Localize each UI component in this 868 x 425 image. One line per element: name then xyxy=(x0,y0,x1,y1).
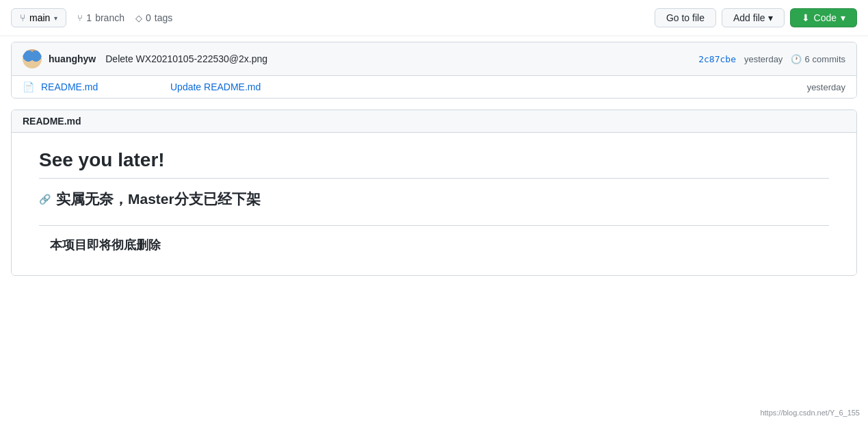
download-icon: ⬇ xyxy=(802,12,810,23)
readme-section1-heading: 🔗 实属无奈，Master分支已经下架 xyxy=(39,190,829,214)
branch-name: main xyxy=(29,12,50,23)
readme-header: README.md xyxy=(12,110,856,133)
commit-author[interactable]: huanghyw xyxy=(49,53,96,64)
go-to-file-button[interactable]: Go to file xyxy=(655,8,716,27)
commit-hash-link[interactable]: 2c87cbe xyxy=(698,54,736,64)
code-button[interactable]: ⬇ Code ▾ xyxy=(790,8,857,27)
commits-count: 6 xyxy=(804,54,809,64)
readme-box: README.md See you later! 🔗 实属无奈，Master分支… xyxy=(11,110,857,276)
code-label: Code xyxy=(814,12,837,23)
readme-heading: See you later! xyxy=(39,149,829,179)
tags-count: 0 xyxy=(146,12,151,23)
section-divider xyxy=(39,225,829,226)
commits-label: commits xyxy=(813,54,845,64)
toolbar-left: ⑂ main ▾ ⑂ 1 branch ◇ 0 tags xyxy=(11,8,172,27)
branches-icon: ⑂ xyxy=(77,13,83,23)
code-chevron-icon: ▾ xyxy=(841,12,845,23)
file-time: yesterday xyxy=(791,82,845,92)
table-row: 📄 README.md Update README.md yesterday xyxy=(12,76,856,98)
file-name-link[interactable]: README.md xyxy=(41,81,98,92)
readme-filename: README.md xyxy=(23,116,81,127)
readme-body: See you later! 🔗 实属无奈，Master分支已经下架 本项目即将… xyxy=(12,133,856,275)
branch-selector[interactable]: ⑂ main ▾ xyxy=(11,8,66,27)
avatar-image xyxy=(23,49,42,68)
tags-icon: ◇ xyxy=(135,13,142,23)
file-row-left: 📄 README.md xyxy=(23,81,159,92)
commits-count-link[interactable]: 🕐 6 commits xyxy=(791,54,845,64)
file-commit-message-link[interactable]: Update README.md xyxy=(170,81,261,92)
file-commit-message: Update README.md xyxy=(159,81,791,92)
toolbar-right: Go to file Add file ▾ ⬇ Code ▾ xyxy=(655,8,857,27)
add-file-button[interactable]: Add file ▾ xyxy=(722,8,785,27)
clock-icon: 🕐 xyxy=(791,54,802,64)
readme-section2-heading: 本项目即将彻底删除 xyxy=(50,237,829,253)
branch-chevron-icon: ▾ xyxy=(54,14,57,22)
commit-header-right: 2c87cbe yesterday 🕐 6 commits xyxy=(698,54,845,64)
commit-time: yesterday xyxy=(744,54,782,64)
commit-header-left: huanghyw Delete WX20210105-222530@2x.png xyxy=(23,49,267,68)
tags-link[interactable]: ◇ 0 tags xyxy=(135,12,172,23)
branches-link[interactable]: ⑂ 1 branch xyxy=(77,12,124,23)
branches-label: branch xyxy=(95,12,124,23)
repo-box: huanghyw Delete WX20210105-222530@2x.png… xyxy=(11,42,857,99)
toolbar: ⑂ main ▾ ⑂ 1 branch ◇ 0 tags Go to file … xyxy=(0,0,868,36)
avatar xyxy=(23,49,42,68)
tags-label: tags xyxy=(155,12,172,23)
link-icon: 🔗 xyxy=(39,194,51,205)
commit-header: huanghyw Delete WX20210105-222530@2x.png… xyxy=(12,42,856,76)
file-icon: 📄 xyxy=(23,81,34,92)
branches-count: 1 xyxy=(86,12,92,23)
add-file-chevron-icon: ▾ xyxy=(768,12,773,23)
branch-icon: ⑂ xyxy=(20,12,25,23)
commit-message: Delete WX20210105-222530@2x.png xyxy=(105,53,267,64)
